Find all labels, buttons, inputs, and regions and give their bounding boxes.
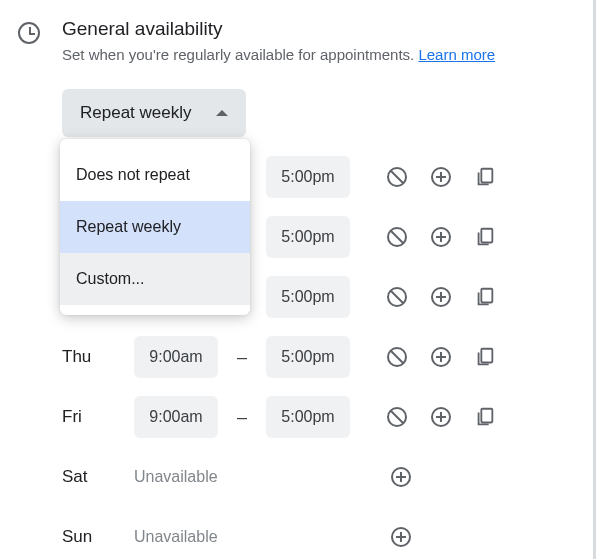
day-label: Thu (62, 347, 122, 367)
row-actions (388, 524, 414, 550)
copy-icon[interactable] (472, 224, 498, 250)
row-actions (384, 284, 498, 310)
unavailable-text: Unavailable (134, 468, 354, 486)
repeat-dropdown-trigger[interactable]: Repeat weekly (62, 89, 246, 137)
row-actions (388, 464, 414, 490)
svg-line-13 (391, 291, 403, 303)
right-border (593, 0, 596, 559)
end-time-input[interactable]: 5:00pm (266, 336, 350, 378)
repeat-option[interactable]: Custom... (60, 253, 250, 305)
svg-line-1 (391, 171, 403, 183)
svg-rect-11 (481, 229, 492, 243)
add-slot-icon[interactable] (388, 524, 414, 550)
svg-rect-17 (481, 289, 492, 303)
day-label: Sat (62, 467, 122, 487)
day-row: SatUnavailable (62, 447, 580, 507)
repeat-option[interactable]: Repeat weekly (60, 201, 250, 253)
main-column: General availability Set when you're reg… (62, 18, 600, 559)
row-actions (384, 224, 498, 250)
time-dash: – (230, 347, 254, 368)
add-slot-icon[interactable] (428, 224, 454, 250)
repeat-dropdown-wrap: Repeat weekly Does not repeatRepeat week… (62, 89, 580, 137)
svg-line-19 (391, 351, 403, 363)
repeat-dropdown-value: Repeat weekly (80, 103, 192, 123)
learn-more-link[interactable]: Learn more (418, 46, 495, 63)
unavailable-icon[interactable] (384, 164, 410, 190)
unavailable-icon[interactable] (384, 284, 410, 310)
unavailable-icon[interactable] (384, 404, 410, 430)
time-dash: – (230, 407, 254, 428)
day-row: SunUnavailable (62, 507, 580, 559)
add-slot-icon[interactable] (428, 284, 454, 310)
start-time-input[interactable]: 9:00am (134, 396, 218, 438)
section-title: General availability (62, 18, 580, 40)
section-subtitle: Set when you're regularly available for … (62, 44, 580, 65)
caret-up-icon (216, 110, 228, 116)
copy-icon[interactable] (472, 344, 498, 370)
svg-rect-29 (481, 409, 492, 423)
start-time-input[interactable]: 9:00am (134, 336, 218, 378)
end-time-input[interactable]: 5:00pm (266, 396, 350, 438)
row-actions (384, 164, 498, 190)
clock-icon (18, 22, 40, 44)
day-row: Fri9:00am–5:00pm (62, 387, 580, 447)
add-slot-icon[interactable] (428, 404, 454, 430)
repeat-dropdown-menu: Does not repeatRepeat weeklyCustom... (60, 139, 250, 315)
unavailable-icon[interactable] (384, 344, 410, 370)
svg-line-25 (391, 411, 403, 423)
add-slot-icon[interactable] (428, 164, 454, 190)
day-label: Fri (62, 407, 122, 427)
availability-section: General availability Set when you're reg… (0, 0, 600, 559)
day-label: Sun (62, 527, 122, 547)
end-time-input[interactable]: 5:00pm (266, 156, 350, 198)
svg-rect-23 (481, 349, 492, 363)
copy-icon[interactable] (472, 284, 498, 310)
svg-line-7 (391, 231, 403, 243)
section-icon-column (18, 18, 62, 559)
add-slot-icon[interactable] (428, 344, 454, 370)
row-actions (384, 404, 498, 430)
copy-icon[interactable] (472, 164, 498, 190)
day-row: Thu9:00am–5:00pm (62, 327, 580, 387)
copy-icon[interactable] (472, 404, 498, 430)
subtitle-text: Set when you're regularly available for … (62, 46, 418, 63)
add-slot-icon[interactable] (388, 464, 414, 490)
unavailable-text: Unavailable (134, 528, 354, 546)
svg-rect-5 (481, 169, 492, 183)
unavailable-icon[interactable] (384, 224, 410, 250)
row-actions (384, 344, 498, 370)
repeat-option[interactable]: Does not repeat (60, 149, 250, 201)
end-time-input[interactable]: 5:00pm (266, 276, 350, 318)
end-time-input[interactable]: 5:00pm (266, 216, 350, 258)
